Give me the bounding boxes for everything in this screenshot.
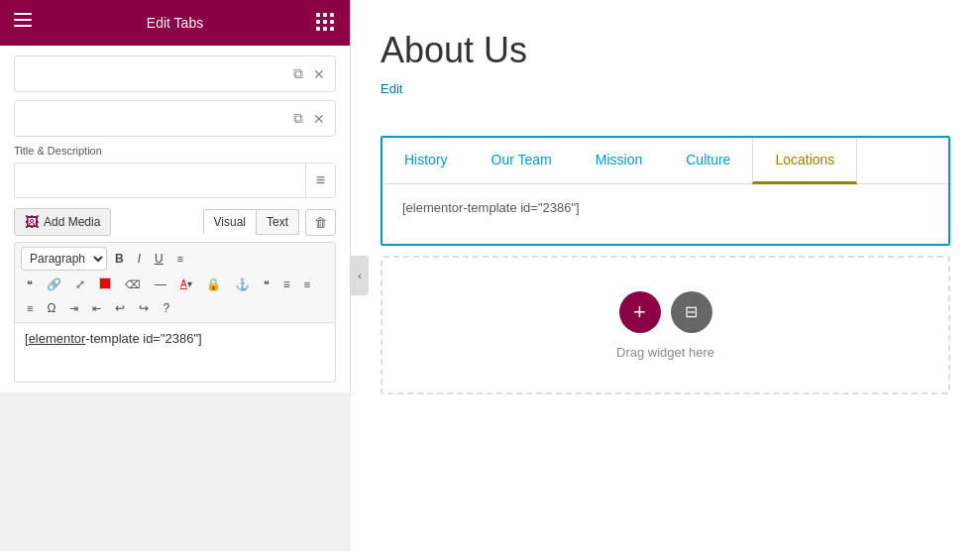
tab-content-locations: [elementor-template id="2386"] xyxy=(382,184,948,244)
tab-locations-delete-btn[interactable]: ✕ xyxy=(309,107,329,131)
drag-add-widget-btn[interactable]: + xyxy=(619,291,661,333)
drag-label: Drag widget here xyxy=(616,345,714,360)
bold-btn[interactable]: B xyxy=(109,249,130,269)
toolbar-row-3: ≡ Ω ⇥ ⇤ ↩ ↪ ? xyxy=(21,298,329,318)
fullscreen-btn[interactable]: ⤢ xyxy=(69,275,91,294)
shortcode-underline: elementor xyxy=(29,331,86,346)
link-btn[interactable]: 🔗 xyxy=(41,275,67,294)
quote-btn[interactable]: ❝ xyxy=(258,276,275,294)
right-panel: About Us Edit History Our Team Mission C… xyxy=(351,0,980,551)
tab-culture-duplicate-btn[interactable]: ⧉ xyxy=(289,61,307,86)
edit-link[interactable]: Edit xyxy=(381,81,402,96)
font-color-btn[interactable]: A▾ xyxy=(174,276,198,293)
tab-nav-mission[interactable]: Mission xyxy=(574,138,664,184)
section-title-label: Title & Description xyxy=(14,145,336,157)
drag-folder-btn[interactable]: ⊟ xyxy=(671,291,712,333)
underline-btn[interactable]: U xyxy=(149,249,169,269)
align-left-btn[interactable]: ≡ xyxy=(21,299,39,318)
toolbar-row-2: ❝ 🔗 ⤢ ⌫ — A▾ 🔒 ⚓ ❝ ≡ ≡ xyxy=(21,274,329,295)
paragraph-select[interactable]: Paragraph xyxy=(21,247,107,271)
panel-header: Edit Tabs xyxy=(0,0,350,46)
editor-mode-tabs: Visual Text xyxy=(203,209,299,235)
tab-content-text: [elementor-template id="2386"] xyxy=(402,200,580,215)
undo-btn[interactable]: ↩ xyxy=(109,298,131,318)
collapse-panel-btn[interactable]: ‹ xyxy=(351,256,369,295)
tab-locations-item: Locations ⧉ ✕ xyxy=(14,100,336,137)
indent-btn[interactable]: ⇥ xyxy=(63,299,84,318)
grid-apps-icon[interactable] xyxy=(316,13,336,33)
visual-tab-btn[interactable]: Visual xyxy=(203,209,257,235)
color-swatch-btn[interactable] xyxy=(93,274,117,295)
tab-nav-culture[interactable]: Culture xyxy=(664,138,752,184)
redo-btn[interactable]: ↪ xyxy=(133,298,155,318)
tab-locations-duplicate-btn[interactable]: ⧉ xyxy=(289,106,307,131)
drag-action-buttons: + ⊟ xyxy=(619,291,712,333)
italic-btn[interactable]: I xyxy=(132,249,147,269)
editor-content-area[interactable]: [elementor-template id="2386"] xyxy=(14,323,336,383)
left-panel: Edit Tabs Culture ⧉ ✕ Locati xyxy=(0,0,351,392)
title-field[interactable]: Locations xyxy=(15,165,305,197)
tab-nav-our-team[interactable]: Our Team xyxy=(470,138,574,184)
outdent-btn[interactable]: ⇤ xyxy=(86,299,107,318)
tab-locations-input[interactable]: Locations xyxy=(15,101,289,136)
tabs-widget: History Our Team Mission Culture Locatio… xyxy=(381,136,950,246)
title-input-row: Locations ≡ xyxy=(14,163,336,198)
align-right-btn[interactable]: ≡ xyxy=(298,276,316,294)
anchor-btn[interactable]: ⚓ xyxy=(229,275,256,294)
lock-btn[interactable]: 🔒 xyxy=(200,275,227,294)
blockquote-btn[interactable]: ❝ xyxy=(21,276,39,294)
add-media-button[interactable]: 🖼 Add Media xyxy=(14,208,111,236)
help-btn[interactable]: ? xyxy=(157,298,175,318)
media-toolbar: 🖼 Add Media Visual Text 🗑 xyxy=(14,208,336,236)
eraser-btn[interactable]: ⌫ xyxy=(119,276,147,294)
tab-culture-delete-btn[interactable]: ✕ xyxy=(309,62,329,86)
strikethrough-btn[interactable]: ≡ xyxy=(171,250,189,269)
panel-content: Culture ⧉ ✕ Locations ⧉ ✕ Title & Descri… xyxy=(0,46,350,392)
tabs-nav: History Our Team Mission Culture Locatio… xyxy=(382,138,948,184)
align-center-btn[interactable]: ≡ xyxy=(277,275,296,294)
panel-title: Edit Tabs xyxy=(34,15,316,31)
drag-widget-area: + ⊟ Drag widget here xyxy=(381,256,950,394)
toolbar-row-1: Paragraph B I U ≡ xyxy=(21,247,329,271)
tab-nav-history[interactable]: History xyxy=(382,138,470,184)
special-char-btn[interactable]: Ω xyxy=(41,298,61,318)
media-add-icon: 🖼 xyxy=(25,214,39,230)
title-menu-btn[interactable]: ≡ xyxy=(305,164,335,197)
tab-culture-item: Culture ⧉ ✕ xyxy=(14,55,336,92)
editor-toolbar: Paragraph B I U ≡ ❝ 🔗 ⤢ ⌫ — A▾ 🔒 ⚓ xyxy=(14,242,336,323)
hamburger-menu-icon[interactable] xyxy=(14,13,34,33)
shortcode-text: [elementor-template id="2386"] xyxy=(25,331,202,346)
editor-trash-btn[interactable]: 🗑 xyxy=(305,209,336,236)
tab-culture-input[interactable]: Culture xyxy=(15,56,289,91)
hr-btn[interactable]: — xyxy=(149,275,172,294)
text-tab-btn[interactable]: Text xyxy=(257,209,299,235)
page-title: About Us xyxy=(381,30,950,71)
tab-nav-locations[interactable]: Locations xyxy=(752,138,857,184)
